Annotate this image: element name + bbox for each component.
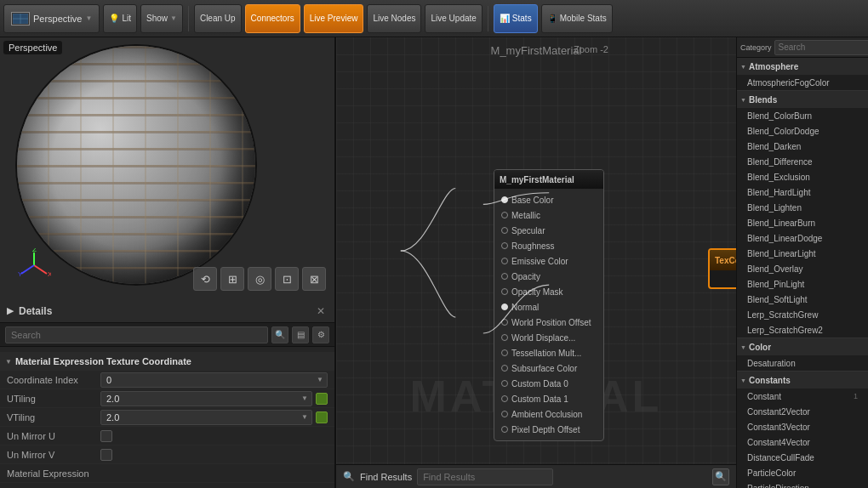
- prop-unmirror-u-checkbox[interactable]: [100, 430, 112, 442]
- find-results-label: Find Results: [360, 472, 412, 482]
- worlddisplace-label: World Displace...: [511, 333, 575, 343]
- constants-arrow: ▼: [740, 377, 746, 383]
- sidebar-item-particlecolor[interactable]: ParticleColor: [737, 465, 868, 480]
- texcoord-node[interactable]: TexCoord[0]: [708, 248, 736, 289]
- sidebar-item-blend-linearburn[interactable]: Blend_LinearBurn: [737, 215, 868, 230]
- details-header: ▶ Details ✕: [0, 299, 334, 323]
- prop-material-expression: Material Expression: [0, 464, 334, 483]
- details-title: Details: [19, 305, 309, 317]
- main-material-body: Base Color Metallic Specular Roughness: [494, 189, 603, 440]
- live-nodes-button[interactable]: Live Nodes: [367, 4, 421, 33]
- sidebar-section-color-header[interactable]: ▼ Color: [737, 338, 868, 355]
- section-collapse-arrow: ▼: [5, 358, 12, 366]
- sidebar-item-constant3vector[interactable]: Constant3Vector: [737, 419, 868, 434]
- sidebar-item-blend-pinlight[interactable]: Blend_PinLight: [737, 276, 868, 292]
- prop-unmirror-v-checkbox[interactable]: [100, 449, 112, 461]
- sidebar-item-blend-colorburn[interactable]: Blend_ColorBurn: [737, 108, 868, 123]
- viewport-btn-4[interactable]: ⊡: [275, 267, 299, 291]
- sidebar-section-constants-header[interactable]: ▼ Constants: [737, 372, 868, 389]
- subsurface-in-pin: [501, 365, 508, 372]
- details-close-button[interactable]: ✕: [314, 304, 328, 318]
- metallic-in-pin: [501, 212, 508, 218]
- main-material-node[interactable]: M_myFirstMaterial Base Color Metallic Sp…: [494, 169, 604, 441]
- viewport-btn-5[interactable]: ⊠: [302, 267, 326, 291]
- sidebar-item-blend-lighten[interactable]: Blend_Lighten: [737, 200, 868, 215]
- sidebar-item-constant4vector[interactable]: Constant4Vector: [737, 434, 868, 450]
- sidebar-section-blends-header[interactable]: ▼ Blends: [737, 91, 868, 108]
- prop-vtiling: VTiling 2.0 ▼: [0, 408, 334, 427]
- show-button[interactable]: Show ▼: [140, 4, 183, 33]
- prop-utiling: UTiling 2.0 ▼: [0, 389, 334, 408]
- connectors-button[interactable]: Connectors: [245, 4, 300, 33]
- sidebar-item-constant2vector[interactable]: Constant2Vector: [737, 404, 868, 419]
- stats-button[interactable]: 📊 Stats: [494, 4, 538, 33]
- pixel-label: Pixel Depth Offset: [511, 425, 580, 434]
- zoom-label: Zoom -2: [574, 44, 608, 54]
- specular-label: Specular: [511, 226, 545, 235]
- details-settings-icon[interactable]: ⚙: [312, 326, 329, 343]
- viewport[interactable]: Perspective X Z Y ⟲ ⊞ ◎ ⊡ ⊠: [0, 37, 334, 299]
- sidebar-item-blend-hardlight[interactable]: Blend_HardLight: [737, 184, 868, 200]
- details-icon: ▶: [7, 305, 14, 316]
- sidebar-item-blend-softlight[interactable]: Blend_SoftLight: [737, 292, 868, 307]
- sidebar-item-lerp-scratchgrew2[interactable]: Lerp_ScratchGrew2: [737, 322, 868, 338]
- roughness-in-pin: [501, 242, 508, 249]
- live-preview-button[interactable]: Live Preview: [304, 4, 364, 33]
- prop-vtiling-value[interactable]: 2.0 ▼: [100, 410, 312, 425]
- specular-in-pin: [501, 227, 508, 234]
- svg-text:X: X: [48, 270, 51, 278]
- main-material-header: M_myFirstMaterial: [494, 170, 603, 189]
- sidebar-item-blend-exclusion[interactable]: Blend_Exclusion: [737, 169, 868, 184]
- cleanup-button[interactable]: Clean Up: [194, 4, 242, 33]
- prop-utiling-value[interactable]: 2.0 ▼: [100, 391, 312, 406]
- pixel-in-pin: [501, 426, 508, 433]
- prop-utiling-link[interactable]: [316, 393, 328, 405]
- sidebar-item-blend-darken[interactable]: Blend_Darken: [737, 139, 868, 154]
- sidebar-item-blend-lineardodge[interactable]: Blend_LinearDodge: [737, 230, 868, 246]
- color-label: Color: [749, 343, 771, 352]
- sidebar-item-distancecull[interactable]: DistanceCullFade: [737, 450, 868, 465]
- sidebar-item-atmosfog[interactable]: AtmosphericFogColor: [737, 75, 868, 90]
- sidebar-item-blend-colordodge[interactable]: Blend_ColorDodge: [737, 123, 868, 139]
- sidebar-item-blend-difference[interactable]: Blend_Difference: [737, 154, 868, 169]
- mobile-stats-button[interactable]: 📱 Mobile Stats: [541, 4, 613, 33]
- sidebar-section-atmosphere-header[interactable]: ▼ Atmosphere: [737, 58, 868, 75]
- roughness-label: Roughness: [511, 241, 555, 251]
- perspective-button[interactable]: Perspective ▼: [3, 4, 100, 33]
- custom0-label: Custom Data 0: [511, 379, 568, 389]
- find-results-input[interactable]: [417, 468, 553, 485]
- opacity-mask-in-pin: [501, 288, 508, 295]
- prop-vtiling-link[interactable]: [316, 411, 328, 423]
- lit-icon: 💡: [109, 14, 119, 23]
- details-grid-icon[interactable]: ▤: [292, 326, 309, 343]
- prop-material-expression-label: Material Expression: [7, 468, 100, 479]
- live-update-button[interactable]: Live Update: [425, 4, 482, 33]
- prop-coordinate-index-value[interactable]: 0 ▼: [100, 372, 328, 388]
- svg-text:Y: Y: [18, 270, 23, 278]
- viewport-btn-3[interactable]: ◎: [248, 267, 271, 291]
- viewport-btn-2[interactable]: ⊞: [220, 267, 244, 291]
- material-canvas[interactable]: M_myFirstMaterial Zoom -2 MATERIAL TexCo…: [336, 37, 736, 464]
- details-search-icon[interactable]: 🔍: [271, 326, 288, 343]
- texcoord-output: [710, 270, 736, 287]
- texcoord-label: TexCoord[0]: [715, 256, 736, 265]
- sidebar-item-lerp-scratchgrew[interactable]: Lerp_ScratchGrew: [737, 307, 868, 322]
- find-search-button[interactable]: 🔍: [712, 468, 729, 485]
- right-sidebar: Category 🔍 ▼ Atmosphere AtmosphericFogCo…: [736, 37, 868, 488]
- prop-coordinate-index: Coordinate Index 0 ▼: [0, 371, 334, 389]
- sidebar-item-particledirection[interactable]: ParticleDirection: [737, 480, 868, 488]
- main-node-custom1: Custom Data 1: [494, 391, 603, 406]
- details-panel: ▶ Details ✕ 🔍 ▤ ⚙ ▼ Material Expression …: [0, 299, 334, 488]
- sidebar-item-constant[interactable]: Constant 1: [737, 389, 868, 404]
- viewport-btn-1[interactable]: ⟲: [193, 267, 217, 291]
- main-content: Perspective X Z Y ⟲ ⊞ ◎ ⊡ ⊠: [0, 37, 868, 488]
- sidebar-item-desaturation[interactable]: Desaturation: [737, 355, 868, 371]
- details-search-input[interactable]: [5, 326, 268, 343]
- lit-button[interactable]: 💡 Lit: [103, 4, 137, 33]
- sidebar-item-blend-linearlight[interactable]: Blend_LinearLight: [737, 246, 868, 261]
- main-node-worlddisplace: World Displace...: [494, 330, 603, 345]
- main-node-roughness: Roughness: [494, 238, 603, 253]
- sidebar-item-blend-overlay[interactable]: Blend_Overlay: [737, 261, 868, 276]
- sidebar-search-input[interactable]: [774, 40, 868, 55]
- main-node-tess: Tessellation Mult...: [494, 345, 603, 360]
